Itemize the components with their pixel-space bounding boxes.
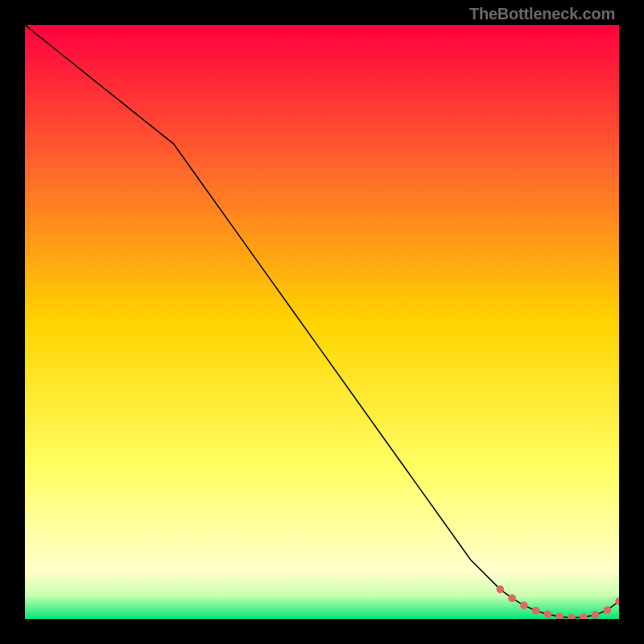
data-marker xyxy=(508,594,516,602)
bottleneck-chart xyxy=(25,25,619,619)
attribution-text: TheBottleneck.com xyxy=(469,5,615,23)
chart-frame: TheBottleneck.com xyxy=(0,0,644,644)
data-marker xyxy=(603,606,611,614)
data-marker xyxy=(497,585,505,593)
data-marker xyxy=(532,607,540,615)
gradient-background xyxy=(25,25,619,619)
data-marker xyxy=(520,601,528,609)
data-marker xyxy=(544,610,552,618)
data-marker xyxy=(592,611,600,619)
